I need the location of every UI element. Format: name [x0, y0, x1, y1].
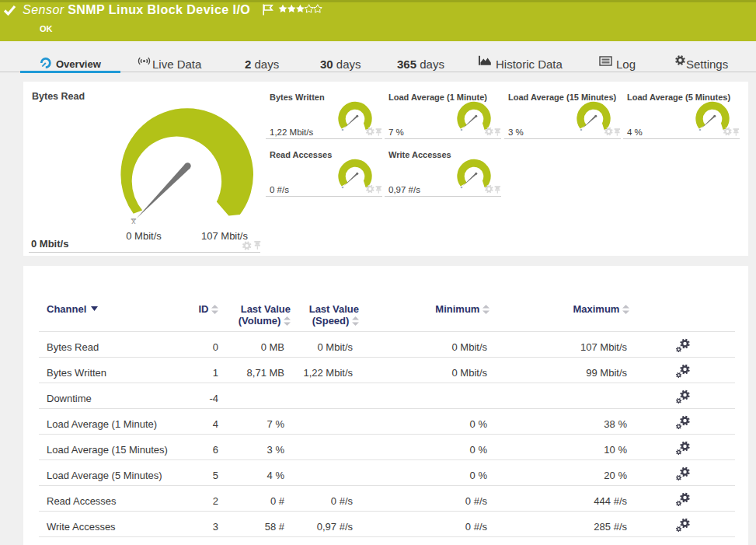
svg-text:x: x — [131, 216, 136, 225]
